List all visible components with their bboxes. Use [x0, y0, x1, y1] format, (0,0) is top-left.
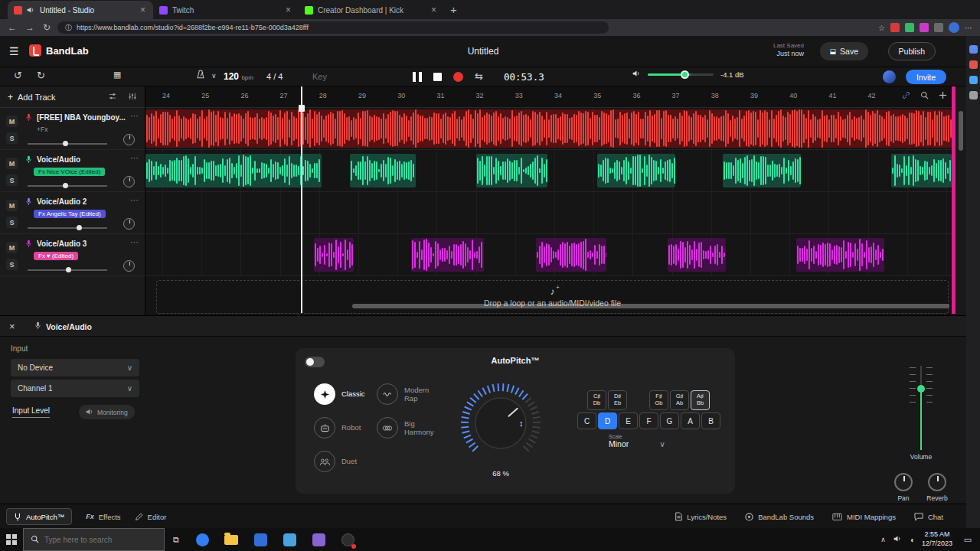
vertical-scrollbar-thumb[interactable]	[959, 111, 963, 151]
track-lane[interactable]	[145, 150, 952, 192]
audio-clip[interactable]	[536, 238, 607, 272]
save-button[interactable]: ⬓ Save	[820, 42, 868, 60]
bottombar-effects[interactable]: FxEffects	[86, 508, 120, 525]
master-volume-slider[interactable]	[648, 73, 714, 76]
horizontal-scrollbar[interactable]	[352, 304, 949, 308]
audio-clip[interactable]	[314, 238, 354, 272]
metronome-chevron-icon[interactable]: ∨	[211, 72, 217, 80]
mute-button[interactable]: M	[6, 200, 18, 211]
sidebar-app-icon[interactable]	[969, 60, 978, 69]
track-pan-knob[interactable]	[123, 218, 135, 230]
forward-button[interactable]: →	[25, 22, 34, 33]
back-button[interactable]: ←	[8, 22, 17, 33]
key-button-g[interactable]: G	[660, 412, 679, 429]
stop-button[interactable]	[433, 73, 442, 81]
audio-clip[interactable]	[145, 154, 322, 187]
reverb-knob[interactable]	[928, 473, 946, 491]
track-volume-slider[interactable]	[28, 140, 107, 147]
key-button-e[interactable]: E	[619, 412, 638, 429]
key-button-sharp[interactable]: F♯Gb	[649, 390, 668, 410]
tray-expand-icon[interactable]: ∧	[880, 536, 886, 543]
autopitch-amount-knob[interactable]	[455, 377, 547, 469]
browser-menu-icon[interactable]: ⋯	[965, 24, 972, 32]
solo-button[interactable]: S	[6, 174, 18, 186]
preset-modern-rap[interactable]: Modern Rap	[377, 383, 444, 405]
site-info-icon[interactable]: ⓘ	[65, 23, 72, 33]
redo-button[interactable]: ↻	[37, 70, 45, 81]
dropzone[interactable]: ♪+ Drop a loop or an audio/MIDI/video fi…	[156, 280, 949, 314]
track-fx-badge[interactable]: Fx ♥ (Edited)	[34, 252, 78, 260]
track-volume-slider[interactable]	[28, 224, 107, 231]
audio-clip[interactable]	[411, 238, 484, 272]
key-button-sharp[interactable]: A♯Bb	[691, 390, 710, 410]
track-lane[interactable]	[145, 234, 952, 276]
key-button-d[interactable]: D	[598, 412, 617, 429]
browser-tab[interactable]: Creator Dashboard | Kick×	[299, 1, 444, 19]
audio-clip[interactable]	[145, 109, 952, 148]
bottombar-lyrics-notes[interactable]: Lyrics/Notes	[675, 508, 727, 525]
publish-button[interactable]: Publish	[888, 42, 936, 60]
loop-button[interactable]: ⇆	[475, 70, 483, 82]
key-button-sharp[interactable]: D♯Eb	[608, 390, 627, 410]
solo-button[interactable]: S	[6, 132, 18, 144]
track-menu-button[interactable]: ⋯	[130, 195, 139, 205]
preset-big-harmony[interactable]: Big Harmony	[377, 417, 444, 439]
track-pan-knob[interactable]	[123, 260, 135, 272]
link-icon[interactable]	[902, 91, 910, 99]
slider-thumb[interactable]	[77, 225, 82, 230]
track-fx-badge[interactable]: Fx Angelic Tay (Edited)	[34, 210, 106, 218]
mute-button[interactable]: M	[6, 242, 18, 253]
timeline-ruler[interactable]: 24252627282930313233343536373839404142	[145, 86, 952, 108]
scale-select[interactable]: Scale Minor ∨	[609, 434, 685, 457]
taskbar-clock[interactable]: 2:55 AM 12/7/2023	[922, 530, 952, 548]
taskbar-app-recorder[interactable]	[333, 528, 362, 551]
input-channel-select[interactable]: Channel 1 ∨	[11, 380, 139, 397]
tab-close-icon[interactable]: ×	[430, 5, 438, 15]
key-button-c[interactable]: C	[577, 412, 596, 429]
preset-classic[interactable]: Classic	[314, 383, 381, 405]
extension-icon[interactable]	[905, 23, 914, 32]
key-button-a[interactable]: A	[681, 412, 700, 429]
user-avatar[interactable]	[883, 70, 896, 83]
record-button[interactable]	[453, 72, 463, 82]
magnifier-icon[interactable]	[920, 91, 929, 99]
grid-view-button[interactable]: ▦	[113, 70, 121, 80]
playhead[interactable]	[301, 86, 302, 313]
bpm-display[interactable]: 120 bpm	[224, 71, 253, 82]
timeline-lanes[interactable]	[145, 108, 952, 276]
track-lane[interactable]	[145, 192, 952, 234]
action-center-icon[interactable]: ▭	[960, 532, 975, 547]
bottombar-midi-mappings[interactable]: MIDI Mappings	[832, 508, 896, 525]
browser-profile-avatar[interactable]	[949, 22, 959, 33]
start-button[interactable]	[0, 528, 23, 551]
tab-close-icon[interactable]: ×	[139, 5, 147, 15]
new-tab-button[interactable]: +	[450, 3, 457, 16]
metronome-button[interactable]	[196, 70, 205, 81]
track-fx-badge[interactable]: Fx Nice VOice (Edited)	[34, 168, 105, 176]
audio-clip[interactable]	[350, 154, 415, 187]
taskbar-app-store[interactable]	[246, 528, 275, 551]
refresh-button[interactable]: ↻	[43, 22, 51, 33]
slider-thumb[interactable]	[63, 141, 68, 146]
tray-network-icon[interactable]: ◖	[910, 536, 914, 544]
taskbar-app-edge[interactable]	[188, 528, 217, 551]
audio-clip[interactable]	[891, 154, 952, 187]
add-icon[interactable]: +	[8, 92, 13, 103]
sidebar-app-icon[interactable]	[969, 76, 978, 84]
key-button-f[interactable]: F	[639, 412, 658, 429]
mixer-icon[interactable]	[128, 93, 137, 102]
bottombar-autopitch-[interactable]: AutoPitch™	[6, 508, 72, 525]
solo-button[interactable]: S	[6, 259, 18, 270]
add-track-label[interactable]: Add Track	[18, 93, 56, 102]
favorites-star-icon[interactable]: ☆	[878, 24, 885, 32]
close-panel-button[interactable]: ×	[9, 321, 15, 332]
audio-clip[interactable]	[476, 154, 548, 187]
key-button-sharp[interactable]: G♯Ab	[670, 390, 689, 410]
slider-thumb[interactable]	[63, 183, 68, 188]
extension-icon[interactable]	[920, 23, 929, 32]
url-bar[interactable]: ⓘ https://www.bandlab.com/studio?id=2688…	[57, 21, 609, 34]
taskbar-app-mail[interactable]	[275, 528, 304, 551]
tuner-icon[interactable]	[108, 93, 117, 102]
key-button-b[interactable]: B	[701, 412, 720, 429]
solo-button[interactable]: S	[6, 217, 18, 228]
